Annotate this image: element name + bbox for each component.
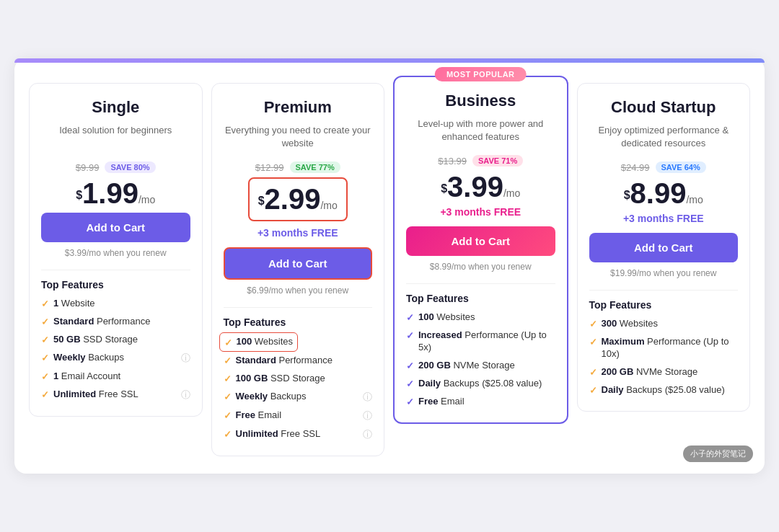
top-features-title-business: Top Features	[406, 293, 555, 304]
feature-text-single-4: 1 Email Account	[53, 371, 190, 383]
save-badge-single: SAVE 80%	[105, 161, 155, 173]
check-icon-business-3: ✓	[406, 378, 414, 389]
period-business: /mo	[503, 187, 520, 199]
free-months-business: +3 months FREE	[406, 206, 555, 218]
feature-text-business-0: 100 Websites	[418, 311, 555, 324]
price-display-single: $1.99/mo	[41, 177, 190, 210]
feature-text-cloud-startup-2: 200 GB NVMe Storage	[602, 366, 739, 378]
check-icon-premium-5: ✓	[224, 429, 232, 440]
feature-item-business-4: ✓ Free Email	[406, 396, 555, 408]
check-icon-premium-2: ✓	[224, 373, 232, 384]
add-to-cart-cloud-startup[interactable]: Add to Cart	[589, 233, 739, 262]
currency-premium: $	[258, 195, 265, 207]
check-icon-premium-0: ✓	[224, 337, 232, 348]
currency-business: $	[441, 182, 447, 195]
original-price-single: $9.99	[76, 162, 100, 173]
feature-text-cloud-startup-1: Maximum Performance (Up to 10x)	[602, 336, 739, 360]
plan-description-business: Level-up with more power and enhanced fe…	[406, 118, 555, 145]
feature-text-single-3: Weekly Backups	[53, 352, 177, 364]
price-highlight-premium: $2.99/mo	[248, 177, 348, 221]
info-icon-premium-5[interactable]: ⓘ	[363, 428, 372, 441]
feature-item-cloud-startup-2: ✓ 200 GB NVMe Storage	[589, 366, 739, 378]
pricing-row-cloud-startup: $24.99 SAVE 64%	[589, 161, 739, 173]
plan-name-single: Single	[41, 98, 190, 117]
pricing-row-business: $13.99 SAVE 71%	[406, 155, 555, 167]
feature-text-single-1: Standard Performance	[53, 316, 190, 328]
feature-item-premium-3: ✓ Weekly Backups ⓘ	[224, 391, 373, 404]
divider-cloud-startup	[589, 290, 739, 291]
top-features-title-single: Top Features	[41, 279, 190, 291]
top-features-title-premium: Top Features	[224, 316, 373, 328]
divider-business	[406, 283, 555, 284]
feature-item-business-2: ✓ 200 GB NVMe Storage	[406, 360, 555, 372]
add-to-cart-premium[interactable]: Add to Cart	[224, 247, 373, 280]
add-to-cart-single[interactable]: Add to Cart	[41, 213, 190, 242]
feature-item-premium-2: ✓ 100 GB SSD Storage	[224, 373, 373, 385]
feature-item-business-3: ✓ Daily Backups ($25.08 value)	[406, 378, 555, 390]
info-icon-single-5[interactable]: ⓘ	[181, 389, 190, 402]
feature-list-single: ✓ 1 Website ✓ Standard Performance ✓ 50 …	[41, 298, 190, 402]
feature-text-cloud-startup-0: 300 Websites	[602, 318, 739, 330]
info-icon-premium-4[interactable]: ⓘ	[363, 409, 372, 422]
feature-list-cloud-startup: ✓ 300 Websites ✓ Maximum Performance (Up…	[589, 318, 739, 396]
renew-text-business: $8.99/mo when you renew	[406, 262, 555, 272]
plan-card-business: MOST POPULARBusinessLevel-up with more p…	[393, 76, 568, 423]
plan-card-cloud-startup: Cloud StartupEnjoy optimized performance…	[577, 83, 751, 411]
feature-item-cloud-startup-0: ✓ 300 Websites	[589, 318, 739, 330]
check-icon-single-4: ✓	[41, 371, 49, 382]
free-months-premium: +3 months FREE	[224, 227, 373, 239]
feature-text-business-2: 200 GB NVMe Storage	[418, 360, 555, 372]
info-icon-single-3[interactable]: ⓘ	[181, 352, 190, 365]
highlighted-feature: ✓ 100 Websites	[219, 332, 299, 352]
check-icon-single-0: ✓	[41, 298, 49, 309]
feature-text-premium-3: Weekly Backups	[236, 391, 359, 403]
top-bar	[14, 58, 765, 63]
watermark: 小子的外贸笔记	[683, 445, 753, 462]
check-icon-business-0: ✓	[406, 312, 414, 323]
plan-name-cloud-startup: Cloud Startup	[589, 98, 739, 117]
plan-description-premium: Everything you need to create your websi…	[224, 124, 373, 151]
feature-item-single-2: ✓ 50 GB SSD Storage	[41, 334, 190, 346]
plan-name-business: Business	[406, 92, 555, 110]
top-features-title-cloud-startup: Top Features	[589, 299, 739, 311]
info-icon-premium-3[interactable]: ⓘ	[363, 391, 372, 404]
pricing-row-single: $9.99 SAVE 80%	[41, 161, 190, 173]
feature-text-premium-1: Standard Performance	[236, 355, 373, 367]
feature-text-cloud-startup-3: Daily Backups ($25.08 value)	[602, 384, 739, 396]
period-premium: /mo	[320, 200, 337, 211]
original-price-premium: $12.99	[255, 162, 284, 173]
plan-name-premium: Premium	[224, 98, 373, 117]
amount-cloud-startup: 8.99	[630, 177, 687, 209]
divider-premium	[224, 307, 373, 308]
original-price-business: $13.99	[438, 156, 467, 167]
feature-text-premium-5: Unlimited Free SSL	[236, 428, 359, 440]
feature-item-single-0: ✓ 1 Website	[41, 298, 190, 310]
feature-item-single-1: ✓ Standard Performance	[41, 316, 190, 328]
feature-item-business-0: ✓ 100 Websites	[406, 311, 555, 324]
add-to-cart-business[interactable]: Add to Cart	[406, 226, 555, 256]
save-badge-premium: SAVE 77%	[290, 161, 340, 173]
check-icon-premium-3: ✓	[224, 391, 232, 402]
feature-item-cloud-startup-1: ✓ Maximum Performance (Up to 10x)	[589, 336, 739, 360]
feature-text-single-5: Unlimited Free SSL	[53, 389, 177, 401]
renew-text-premium: $6.99/mo when you renew	[224, 285, 373, 296]
check-icon-business-2: ✓	[406, 360, 414, 371]
feature-text-single-2: 50 GB SSD Storage	[53, 334, 190, 346]
feature-item-premium-0: ✓ 100 Websites	[224, 335, 373, 349]
check-icon-single-2: ✓	[41, 334, 49, 345]
plan-card-premium: PremiumEverything you need to create you…	[211, 83, 385, 456]
check-icon-business-4: ✓	[406, 396, 414, 407]
check-icon-cloud-startup-1: ✓	[589, 337, 597, 347]
feature-text-single-0: 1 Website	[53, 298, 190, 310]
plan-description-single: Ideal solution for beginners	[41, 124, 190, 151]
feature-text-premium-0: 100 Websites	[237, 336, 294, 348]
price-display-business: $3.99/mo	[406, 171, 555, 203]
feature-text-business-1: Increased Performance (Up to 5x)	[418, 329, 555, 354]
feature-item-single-5: ✓ Unlimited Free SSL ⓘ	[41, 389, 190, 402]
feature-item-single-4: ✓ 1 Email Account	[41, 371, 190, 383]
renew-text-cloud-startup: $19.99/mo when you renew	[589, 268, 739, 278]
check-icon-premium-1: ✓	[224, 355, 232, 366]
most-popular-badge: MOST POPULAR	[435, 67, 527, 81]
save-badge-cloud-startup: SAVE 64%	[656, 161, 706, 173]
period-cloud-startup: /mo	[686, 194, 703, 205]
